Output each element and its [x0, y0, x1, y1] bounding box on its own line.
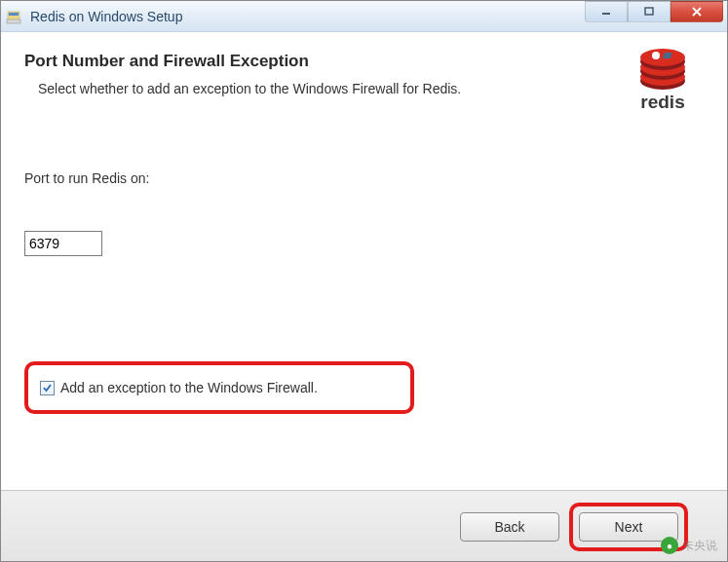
next-button[interactable]: Next — [579, 512, 678, 542]
port-label: Port to run Redis on: — [24, 170, 704, 186]
firewall-checkbox-highlight: Add an exception to the Windows Firewall… — [24, 361, 414, 414]
window-title: Redis on Windows Setup — [30, 9, 585, 24]
close-button[interactable] — [671, 1, 723, 22]
minimize-button[interactable] — [585, 1, 628, 22]
firewall-checkbox[interactable] — [40, 381, 55, 395]
svg-point-10 — [640, 49, 685, 66]
svg-rect-2 — [7, 19, 20, 23]
maximize-button[interactable] — [628, 1, 671, 22]
svg-rect-3 — [602, 13, 610, 15]
page-title: Port Number and Firewall Exception — [24, 52, 624, 71]
window-controls — [585, 6, 723, 27]
firewall-checkbox-label: Add an exception to the Windows Firewall… — [60, 380, 318, 395]
installer-icon — [5, 7, 24, 26]
dialog-content: Port Number and Firewall Exception Selec… — [1, 32, 727, 490]
port-input[interactable] — [24, 231, 102, 256]
next-button-highlight: Next — [569, 503, 688, 551]
dialog-footer: Back Next ● 未央说 — [1, 490, 727, 562]
page-description: Select whether to add an exception to th… — [38, 81, 624, 96]
svg-rect-4 — [645, 8, 653, 15]
svg-text:redis: redis — [640, 92, 684, 112]
svg-point-11 — [652, 52, 660, 59]
back-button[interactable]: Back — [460, 512, 559, 542]
titlebar: Redis on Windows Setup — [1, 1, 727, 32]
redis-logo: redis — [624, 48, 702, 116]
svg-rect-1 — [9, 13, 19, 16]
